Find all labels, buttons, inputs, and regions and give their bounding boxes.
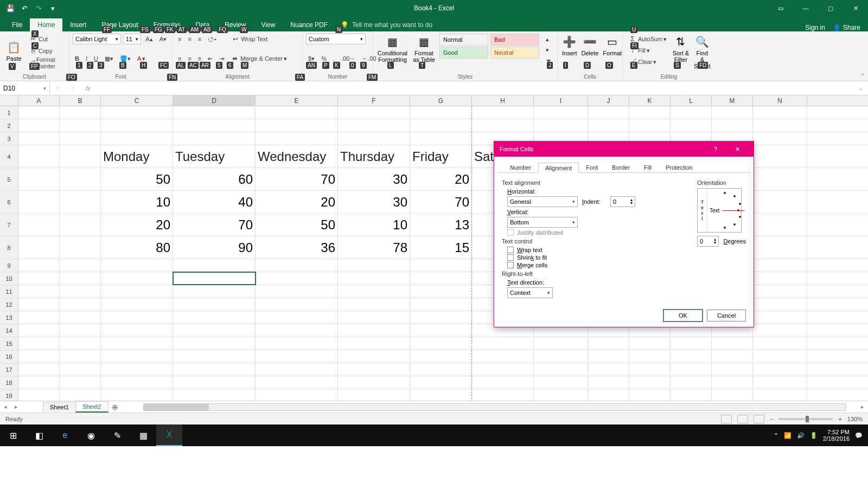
row-header[interactable]: 3 xyxy=(0,132,18,145)
cell[interactable] xyxy=(410,119,472,132)
cell[interactable] xyxy=(534,119,588,132)
wrap-text-button[interactable]: ↩Wrap Text xyxy=(229,34,270,44)
cell[interactable]: 70 xyxy=(256,168,338,190)
cell[interactable] xyxy=(173,376,256,389)
cell[interactable] xyxy=(753,298,807,311)
dialog-tab-alignment[interactable]: Alignment xyxy=(538,163,579,173)
cell[interactable] xyxy=(256,350,338,363)
cell[interactable] xyxy=(256,272,338,285)
column-header-A[interactable]: A xyxy=(18,95,60,106)
cell[interactable] xyxy=(753,168,807,190)
cell[interactable]: Thursday xyxy=(338,145,410,168)
cell[interactable] xyxy=(60,298,101,311)
cell[interactable]: 13 xyxy=(410,214,472,236)
cell[interactable] xyxy=(18,132,60,145)
cell[interactable] xyxy=(60,119,101,132)
column-header-E[interactable]: E xyxy=(256,95,338,106)
cell[interactable] xyxy=(101,259,173,272)
battery-icon[interactable]: 🔋 xyxy=(810,432,818,439)
tell-me-search[interactable]: 💡 Tell me what you want to do xyxy=(335,18,438,31)
cell[interactable]: Friday xyxy=(410,145,472,168)
cell[interactable] xyxy=(60,145,101,168)
cell[interactable] xyxy=(256,337,338,350)
row-header[interactable]: 4 xyxy=(0,145,18,168)
merge-center-button[interactable]: ⬌Merge & Center ▾ xyxy=(228,53,289,64)
cell[interactable] xyxy=(338,272,410,285)
cell[interactable] xyxy=(101,272,173,285)
cell[interactable] xyxy=(472,119,534,132)
style-normal[interactable]: Normal xyxy=(439,34,488,46)
excel-taskbar-icon[interactable]: X xyxy=(156,424,182,446)
tab-nuance-pdf[interactable]: Nuance PDF xyxy=(283,18,335,31)
cell[interactable]: 20 xyxy=(101,214,173,236)
cell[interactable] xyxy=(338,132,410,145)
view-page-break-button[interactable] xyxy=(754,415,764,423)
row-header[interactable]: 9 xyxy=(0,259,18,272)
cell[interactable] xyxy=(101,363,173,376)
cell[interactable] xyxy=(256,363,338,376)
font-name-select[interactable]: Calibri Light▾ xyxy=(73,34,121,44)
indent-spinner[interactable]: 0▴▾ xyxy=(610,196,635,207)
cell[interactable] xyxy=(18,191,60,213)
cell[interactable] xyxy=(629,389,671,401)
cell[interactable] xyxy=(753,191,807,213)
cell[interactable] xyxy=(256,285,338,298)
style-neutral[interactable]: Neutral xyxy=(490,47,539,59)
cell[interactable] xyxy=(18,298,60,311)
cell[interactable] xyxy=(338,119,410,132)
column-header-J[interactable]: J xyxy=(588,95,629,106)
cell[interactable] xyxy=(534,389,588,401)
cell[interactable] xyxy=(256,389,338,401)
cell[interactable] xyxy=(173,350,256,363)
cell[interactable] xyxy=(753,119,807,132)
cell[interactable] xyxy=(712,337,753,350)
row-header[interactable]: 5 xyxy=(0,168,18,190)
cell[interactable] xyxy=(18,285,60,298)
cell[interactable] xyxy=(18,350,60,363)
cell[interactable] xyxy=(101,106,173,119)
row-header[interactable]: 14 xyxy=(0,324,18,337)
cell[interactable] xyxy=(534,363,588,376)
expand-formula-icon[interactable]: ⌄ xyxy=(853,85,868,92)
cell[interactable]: 70 xyxy=(410,191,472,213)
wrap-text-checkbox[interactable] xyxy=(507,247,514,253)
cell[interactable] xyxy=(410,272,472,285)
cell[interactable] xyxy=(753,106,807,119)
row-header[interactable]: 17 xyxy=(0,363,18,376)
cell[interactable] xyxy=(472,337,534,350)
tab-insert[interactable]: Insert xyxy=(62,18,94,31)
cell[interactable]: 30 xyxy=(338,168,410,190)
cell[interactable] xyxy=(671,337,712,350)
cancel-formula-icon[interactable]: ✕ xyxy=(50,85,65,92)
cell[interactable] xyxy=(410,376,472,389)
cell[interactable] xyxy=(173,272,256,285)
cell[interactable] xyxy=(671,389,712,401)
sign-in-link[interactable]: Sign in xyxy=(805,24,825,31)
zoom-out-button[interactable]: − xyxy=(770,416,773,422)
cell[interactable] xyxy=(753,285,807,298)
cell[interactable] xyxy=(753,132,807,145)
format-cells-button[interactable]: ▭Format xyxy=(602,34,623,57)
cell[interactable] xyxy=(712,350,753,363)
cell[interactable] xyxy=(60,337,101,350)
cell[interactable] xyxy=(173,285,256,298)
cell[interactable] xyxy=(101,376,173,389)
cell[interactable] xyxy=(60,311,101,324)
cell[interactable] xyxy=(18,259,60,272)
cell[interactable] xyxy=(101,285,173,298)
align-middle-button[interactable]: ≡ xyxy=(186,34,193,44)
cell[interactable] xyxy=(101,298,173,311)
cell[interactable]: 20 xyxy=(410,168,472,190)
delete-cells-button[interactable]: ➖Delete xyxy=(580,34,600,57)
cell[interactable] xyxy=(338,363,410,376)
cell[interactable] xyxy=(173,389,256,401)
column-header-M[interactable]: M xyxy=(712,95,753,106)
cell[interactable] xyxy=(173,337,256,350)
cell[interactable] xyxy=(101,337,173,350)
zoom-in-button[interactable]: + xyxy=(838,416,841,422)
cell[interactable]: 90 xyxy=(173,236,256,259)
minimize-icon[interactable]: — xyxy=(793,0,818,16)
font-size-select[interactable]: 11▾ xyxy=(123,34,142,44)
cell[interactable] xyxy=(338,376,410,389)
sort-filter-button[interactable]: ⇅Sort & Filter xyxy=(671,34,690,64)
